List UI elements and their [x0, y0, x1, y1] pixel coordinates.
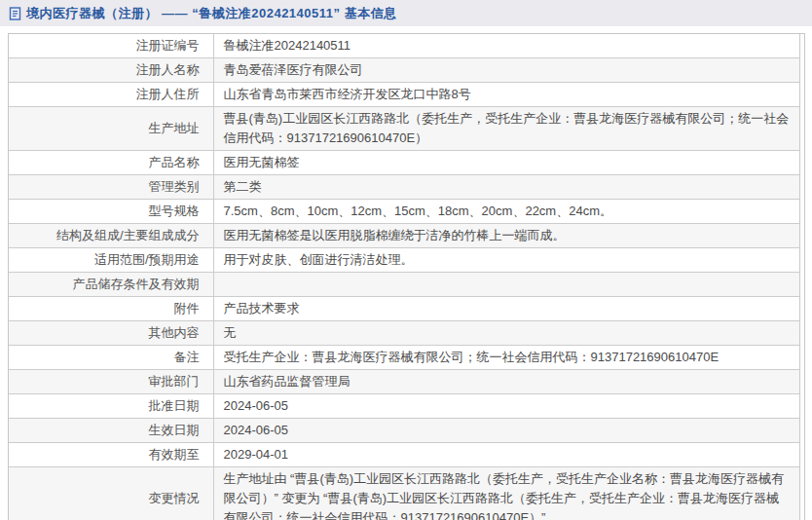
row-value: 2029-04-01 — [213, 443, 800, 467]
row-label: 生效日期 — [9, 419, 213, 443]
table-row: 生效日期2024-06-05 — [9, 419, 800, 443]
registration-info-table: 注册证编号鲁械注准20242140511注册人名称青岛爱蓓泽医疗有限公司注册人住… — [8, 33, 805, 520]
row-value: 7.5cm、8cm、10cm、12cm、15cm、18cm、20cm、22cm、… — [213, 200, 800, 224]
table-row: 产品储存条件及有效期 — [9, 273, 800, 297]
page-header: 境内医疗器械（注册） —— “鲁械注准20242140511” 基本信息 — [0, 0, 812, 26]
row-value: 第二类 — [213, 175, 800, 200]
row-value: 青岛爱蓓泽医疗有限公司 — [213, 58, 800, 83]
row-value: 受托生产企业：曹县龙海医疗器械有限公司；统一社会信用代码：91371721690… — [213, 346, 800, 370]
table-row: 型号规格7.5cm、8cm、10cm、12cm、15cm、18cm、20cm、2… — [9, 200, 800, 224]
table-row: 附件产品技术要求 — [9, 297, 800, 321]
row-label: 有效期至 — [9, 443, 213, 467]
table-row: 注册人名称青岛爱蓓泽医疗有限公司 — [9, 58, 800, 83]
table-row: 产品名称医用无菌棉签 — [9, 151, 800, 175]
row-value — [213, 273, 800, 297]
row-label: 备注 — [9, 346, 213, 370]
row-value: 2024-06-05 — [213, 394, 800, 419]
table-row: 有效期至2029-04-01 — [9, 443, 800, 467]
table-row: 备注受托生产企业：曹县龙海医疗器械有限公司；统一社会信用代码：913717216… — [9, 346, 800, 370]
row-label: 其他内容 — [9, 321, 213, 346]
row-label: 生产地址 — [9, 107, 213, 151]
table-row: 批准日期2024-06-05 — [9, 394, 800, 419]
row-label: 注册人住所 — [9, 83, 213, 107]
row-value: 医用无菌棉签是以医用脱脂棉缠绕于洁净的竹棒上一端而成。 — [213, 224, 800, 248]
row-label: 适用范围/预期用途 — [9, 248, 213, 273]
row-label: 注册人名称 — [9, 58, 213, 83]
row-value: 山东省药品监督管理局 — [213, 370, 800, 394]
row-value: 生产地址由 “曹县(青岛)工业园区长江西路路北（委托生产，受托生产企业名称：曹县… — [213, 467, 800, 520]
row-value: 曹县(青岛)工业园区长江西路路北（委托生产，受托生产企业：曹县龙海医疗器械有限公… — [213, 107, 800, 151]
row-value: 用于对皮肤、创面进行清洁处理。 — [213, 248, 800, 273]
row-label: 附件 — [9, 297, 213, 321]
table-body: 注册证编号鲁械注准20242140511注册人名称青岛爱蓓泽医疗有限公司注册人住… — [9, 34, 800, 520]
row-label: 管理类别 — [9, 175, 213, 200]
table-row: 变更情况生产地址由 “曹县(青岛)工业园区长江西路路北（委托生产，受托生产企业名… — [9, 467, 800, 520]
table-row: 适用范围/预期用途用于对皮肤、创面进行清洁处理。 — [9, 248, 800, 273]
row-value: 鲁械注准20242140511 — [213, 34, 800, 58]
row-label: 注册证编号 — [9, 34, 213, 58]
document-icon — [9, 7, 21, 20]
row-value: 产品技术要求 — [213, 297, 800, 321]
row-label: 批准日期 — [9, 394, 213, 419]
row-value: 无 — [213, 321, 800, 346]
table-row: 注册证编号鲁械注准20242140511 — [9, 34, 800, 58]
row-label: 产品储存条件及有效期 — [9, 273, 213, 297]
table-row: 其他内容无 — [9, 321, 800, 346]
table-row: 结构及组成/主要组成成分医用无菌棉签是以医用脱脂棉缠绕于洁净的竹棒上一端而成。 — [9, 224, 800, 248]
table-row: 审批部门山东省药品监督管理局 — [9, 370, 800, 394]
table-row: 注册人住所山东省青岛市莱西市经济开发区龙口中路8号 — [9, 83, 800, 107]
row-label: 型号规格 — [9, 200, 213, 224]
row-label: 结构及组成/主要组成成分 — [9, 224, 213, 248]
page-title: 境内医疗器械（注册） —— “鲁械注准20242140511” 基本信息 — [26, 5, 397, 22]
row-value: 山东省青岛市莱西市经济开发区龙口中路8号 — [213, 83, 800, 107]
row-label: 产品名称 — [9, 151, 213, 175]
table-row: 生产地址曹县(青岛)工业园区长江西路路北（委托生产，受托生产企业：曹县龙海医疗器… — [9, 107, 800, 151]
row-value: 医用无菌棉签 — [213, 151, 800, 175]
table-row: 管理类别第二类 — [9, 175, 800, 200]
row-label: 变更情况 — [9, 467, 213, 520]
row-label: 审批部门 — [9, 370, 213, 394]
row-value: 2024-06-05 — [213, 419, 800, 443]
